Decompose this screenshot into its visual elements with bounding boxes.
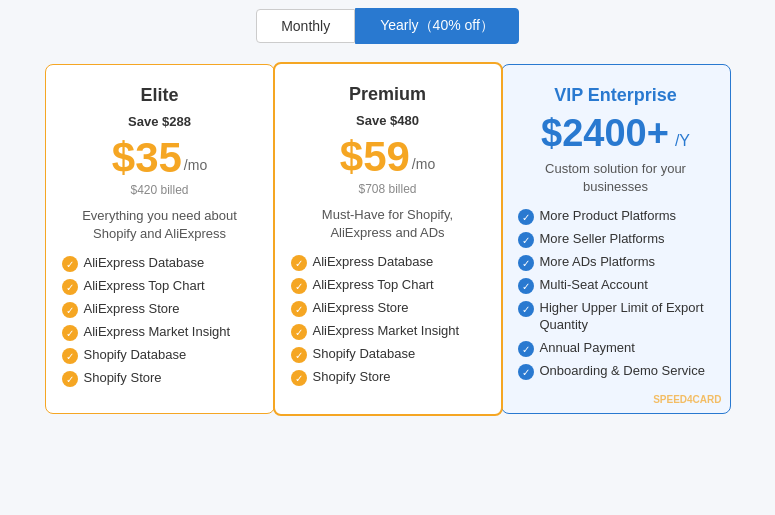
check-icon: ✓ [62, 256, 78, 272]
check-icon: ✓ [518, 364, 534, 380]
feature-label: AliExpress Database [313, 254, 434, 271]
feature-label: More ADs Platforms [540, 254, 656, 271]
list-item: ✓ AliExpress Store [291, 300, 485, 317]
feature-label: Shopify Database [313, 346, 416, 363]
list-item: ✓ Shopify Database [62, 347, 258, 364]
feature-label: Shopify Database [84, 347, 187, 364]
monthly-toggle-button[interactable]: Monthly [256, 9, 355, 43]
watermark-badge: SPEED4CARD [653, 394, 721, 405]
premium-plan-card: Premium Save $480 $59 /mo $708 billed Mu… [273, 62, 503, 416]
check-icon: ✓ [291, 255, 307, 271]
check-icon: ✓ [518, 341, 534, 357]
check-icon: ✓ [518, 209, 534, 225]
premium-price: $59 [340, 136, 410, 178]
check-icon: ✓ [291, 301, 307, 317]
check-icon: ✓ [518, 255, 534, 271]
list-item: ✓ AliExpress Database [291, 254, 485, 271]
elite-feature-list: ✓ AliExpress Database ✓ AliExpress Top C… [62, 255, 258, 387]
elite-price-row: $35 /mo [62, 137, 258, 179]
vip-price: $2400+ [541, 114, 669, 152]
feature-label: Shopify Store [84, 370, 162, 387]
check-icon: ✓ [291, 278, 307, 294]
list-item: ✓ AliExpress Database [62, 255, 258, 272]
vip-price-row: $2400+ /Y [518, 114, 714, 156]
check-icon: ✓ [518, 301, 534, 317]
premium-desc: Must-Have for Shopify, AliExpress and AD… [291, 206, 485, 242]
billing-toggle: Monthly Yearly（40% off） [0, 0, 775, 64]
elite-price: $35 [112, 137, 182, 179]
vip-desc: Custom solution for your businesses [518, 160, 714, 196]
list-item: ✓ AliExpress Market Insight [291, 323, 485, 340]
elite-plan-card: Elite Save $288 $35 /mo $420 billed Ever… [45, 64, 275, 414]
yearly-toggle-button[interactable]: Yearly（40% off） [355, 8, 519, 44]
check-icon: ✓ [62, 325, 78, 341]
list-item: ✓ Onboarding & Demo Service [518, 363, 714, 380]
list-item: ✓ Annual Payment [518, 340, 714, 357]
check-icon: ✓ [62, 302, 78, 318]
list-item: ✓ Shopify Store [62, 370, 258, 387]
elite-save-badge: Save $288 [62, 114, 258, 129]
check-icon: ✓ [518, 232, 534, 248]
feature-label: More Seller Platforms [540, 231, 665, 248]
feature-label: Annual Payment [540, 340, 635, 357]
list-item: ✓ More Product Platforms [518, 208, 714, 225]
list-item: ✓ More Seller Platforms [518, 231, 714, 248]
list-item: ✓ Shopify Store [291, 369, 485, 386]
premium-price-unit: /mo [412, 156, 435, 172]
list-item: ✓ Shopify Database [291, 346, 485, 363]
feature-label: More Product Platforms [540, 208, 677, 225]
feature-label: AliExpress Market Insight [84, 324, 231, 341]
feature-label: AliExpress Store [84, 301, 180, 318]
plans-container: Elite Save $288 $35 /mo $420 billed Ever… [0, 64, 775, 414]
list-item: ✓ AliExpress Store [62, 301, 258, 318]
feature-label: AliExpress Top Chart [84, 278, 205, 295]
list-item: ✓ AliExpress Top Chart [62, 278, 258, 295]
elite-desc: Everything you need about Shopify and Al… [62, 207, 258, 243]
feature-label: Higher Upper Limit of Export Quantity [540, 300, 714, 334]
vip-plan-card: VIP Enterprise $2400+ /Y Custom solution… [501, 64, 731, 414]
elite-plan-title: Elite [62, 85, 258, 106]
vip-plan-title: VIP Enterprise [518, 85, 714, 106]
feature-label: Shopify Store [313, 369, 391, 386]
list-item: ✓ More ADs Platforms [518, 254, 714, 271]
feature-label: AliExpress Market Insight [313, 323, 460, 340]
list-item: ✓ AliExpress Top Chart [291, 277, 485, 294]
check-icon: ✓ [62, 348, 78, 364]
vip-price-unit: /Y [675, 132, 690, 150]
premium-feature-list: ✓ AliExpress Database ✓ AliExpress Top C… [291, 254, 485, 386]
check-icon: ✓ [62, 279, 78, 295]
check-icon: ✓ [291, 347, 307, 363]
check-icon: ✓ [291, 370, 307, 386]
premium-price-row: $59 /mo [291, 136, 485, 178]
premium-plan-title: Premium [291, 84, 485, 105]
feature-label: Onboarding & Demo Service [540, 363, 705, 380]
elite-price-unit: /mo [184, 157, 207, 173]
elite-billed: $420 billed [62, 183, 258, 197]
vip-feature-list: ✓ More Product Platforms ✓ More Seller P… [518, 208, 714, 380]
list-item: ✓ Multi-Seat Account [518, 277, 714, 294]
premium-save-badge: Save $480 [291, 113, 485, 128]
premium-billed: $708 billed [291, 182, 485, 196]
check-icon: ✓ [518, 278, 534, 294]
check-icon: ✓ [291, 324, 307, 340]
list-item: ✓ AliExpress Market Insight [62, 324, 258, 341]
feature-label: AliExpress Database [84, 255, 205, 272]
list-item: ✓ Higher Upper Limit of Export Quantity [518, 300, 714, 334]
check-icon: ✓ [62, 371, 78, 387]
feature-label: AliExpress Top Chart [313, 277, 434, 294]
feature-label: AliExpress Store [313, 300, 409, 317]
feature-label: Multi-Seat Account [540, 277, 648, 294]
